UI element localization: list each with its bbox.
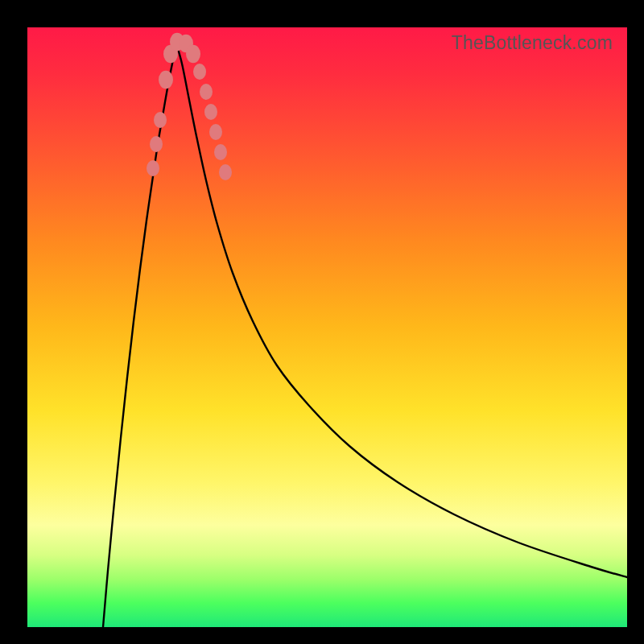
data-marker	[154, 112, 167, 128]
plot-area: TheBottleneck.com	[27, 27, 627, 627]
curves-svg	[27, 27, 627, 627]
data-marker	[159, 71, 173, 89]
data-marker	[204, 104, 217, 120]
data-marker	[186, 45, 200, 64]
markers-group	[147, 33, 232, 180]
left-curve	[103, 43, 176, 627]
data-marker	[219, 164, 232, 180]
data-marker	[214, 144, 227, 160]
data-marker	[200, 84, 213, 100]
data-marker	[150, 136, 163, 152]
data-marker	[209, 124, 222, 140]
data-marker	[147, 160, 159, 176]
data-marker	[193, 64, 206, 80]
right-curve	[176, 43, 627, 577]
chart-frame: TheBottleneck.com	[0, 0, 644, 644]
